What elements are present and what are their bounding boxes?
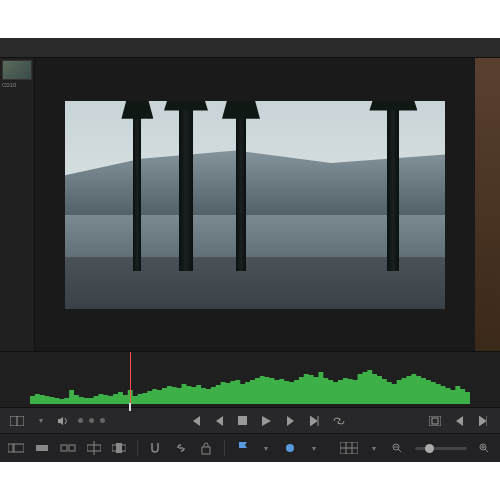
ripple-tool-icon[interactable] [60, 440, 76, 456]
right-panel-edge [475, 58, 500, 351]
audio-waveform[interactable] [30, 356, 470, 404]
chevron-down-icon[interactable]: ▾ [368, 441, 380, 455]
link-toggle[interactable] [173, 440, 188, 456]
svg-rect-7 [36, 445, 48, 451]
svg-rect-5 [8, 444, 13, 452]
svg-rect-4 [432, 418, 438, 424]
prev-clip-button[interactable] [188, 414, 202, 428]
option-dots[interactable] [78, 418, 105, 423]
overwrite-tool-icon[interactable] [111, 440, 126, 456]
insert-tool-icon[interactable] [86, 440, 101, 456]
lock-icon[interactable] [199, 440, 214, 456]
chevron-down-icon[interactable]: ▾ [34, 414, 48, 428]
playhead[interactable] [130, 352, 131, 407]
svg-rect-6 [14, 444, 24, 452]
timeline-view-icon[interactable] [340, 440, 358, 456]
svg-rect-13 [116, 443, 122, 453]
svg-line-21 [398, 449, 401, 452]
svg-rect-8 [61, 445, 67, 451]
svg-rect-9 [69, 445, 75, 451]
display-mode-button[interactable] [10, 414, 24, 428]
volume-button[interactable] [56, 414, 70, 428]
zoom-in-button[interactable] [477, 440, 492, 456]
chevron-down-icon[interactable]: ▾ [260, 441, 272, 455]
loop-button[interactable] [332, 414, 346, 428]
next-clip-button[interactable] [308, 414, 322, 428]
flag-marker-icon[interactable] [235, 440, 250, 456]
selection-tool-icon[interactable] [8, 440, 24, 456]
preview-viewer[interactable] [65, 101, 445, 309]
step-back-button[interactable] [212, 414, 226, 428]
svg-rect-2 [238, 416, 247, 425]
svg-line-24 [485, 449, 488, 452]
timeline-toolbar: ▾ ▾ ▾ [0, 433, 500, 462]
play-button[interactable] [260, 414, 274, 428]
chevron-down-icon[interactable]: ▾ [308, 441, 320, 455]
main-area: C010 [0, 58, 500, 351]
playhead-marker[interactable] [129, 403, 131, 411]
svg-point-15 [286, 444, 294, 452]
go-to-out-button[interactable] [476, 414, 490, 428]
video-editor-app: C010 ▾ [0, 38, 500, 462]
step-forward-button[interactable] [284, 414, 298, 428]
match-frame-button[interactable] [428, 414, 442, 428]
zoom-slider-thumb[interactable] [425, 444, 434, 453]
playback-controls [188, 414, 346, 428]
transport-bar: ▾ [0, 407, 500, 433]
media-panel[interactable]: C010 [0, 58, 35, 351]
trim-tool-icon[interactable] [34, 440, 50, 456]
zoom-out-button[interactable] [390, 440, 405, 456]
dot-marker-icon[interactable] [282, 440, 297, 456]
snap-toggle[interactable] [148, 440, 163, 456]
zoom-slider[interactable] [415, 447, 466, 450]
audio-waveform-area[interactable] [0, 351, 500, 407]
clip-thumbnail[interactable] [2, 60, 32, 80]
go-to-in-button[interactable] [452, 414, 466, 428]
stop-button[interactable] [236, 414, 250, 428]
svg-rect-14 [202, 447, 210, 454]
clip-label: C010 [2, 82, 32, 88]
viewer-container [35, 58, 475, 351]
tab-strip [0, 38, 500, 58]
